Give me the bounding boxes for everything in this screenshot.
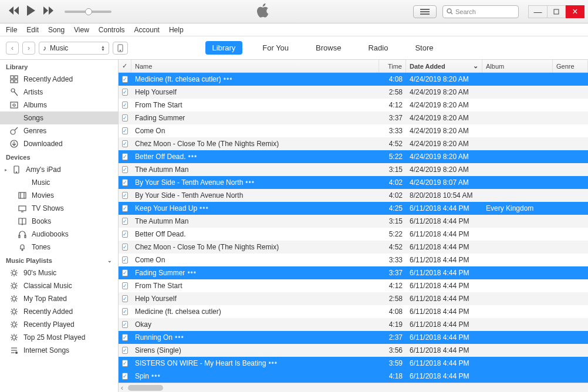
sidebar-item-recently-played[interactable]: Recently Played	[0, 318, 118, 331]
song-row[interactable]: ✓The Autumn Man3:154/24/2019 8:20 AM	[119, 163, 588, 176]
more-dots-icon[interactable]: •••	[245, 178, 255, 187]
song-row[interactable]: ✓From The Start4:124/24/2019 8:20 AM	[119, 99, 588, 111]
sidebar-item-genres[interactable]: Genres	[0, 124, 118, 137]
checkbox[interactable]: ✓	[122, 114, 128, 121]
checkbox[interactable]: ✓	[122, 360, 128, 367]
song-row[interactable]: ✓Medicine (ft. chelsea cutler)4:086/11/2…	[119, 305, 588, 318]
checkbox[interactable]: ✓	[122, 76, 128, 83]
menu-controls[interactable]: Controls	[99, 26, 125, 34]
column-date[interactable]: Date Added⌄	[406, 60, 482, 72]
device-button[interactable]	[113, 42, 128, 55]
more-dots-icon[interactable]: •••	[200, 204, 209, 212]
checkbox[interactable]: ✓	[122, 140, 128, 147]
checkbox[interactable]: ✓	[122, 321, 128, 328]
triangle-right-icon[interactable]: ▸	[5, 167, 7, 173]
checkbox[interactable]: ✓	[122, 244, 128, 251]
sidebar-item-audiobooks[interactable]: Audiobooks	[0, 228, 118, 241]
song-row[interactable]: ✓Chez Moon - Close To Me (The Nights Rem…	[119, 241, 588, 254]
column-name[interactable]: Name	[131, 60, 379, 72]
menu-account[interactable]: Account	[134, 26, 160, 34]
checkbox[interactable]: ✓	[122, 153, 128, 160]
menu-song[interactable]: Song	[48, 26, 65, 34]
song-row[interactable]: ✓Medicine (ft. chelsea cutler) •••4:084/…	[119, 73, 588, 86]
sidebar-item-artists[interactable]: Artists	[0, 86, 118, 99]
song-row[interactable]: ✓SISTERS ON WIRE - My Heart Is Beating •…	[119, 357, 588, 370]
chevron-down-icon[interactable]: ⌄	[107, 258, 112, 263]
sidebar-item-recently-added[interactable]: Recently Added	[0, 73, 118, 86]
sidebar-item-movies[interactable]: Movies	[0, 189, 118, 202]
checkbox[interactable]: ✓	[122, 89, 128, 96]
more-dots-icon[interactable]: •••	[187, 269, 197, 277]
volume-slider[interactable]	[65, 11, 111, 13]
more-dots-icon[interactable]: •••	[151, 372, 161, 380]
more-dots-icon[interactable]: •••	[268, 359, 278, 367]
song-row[interactable]: ✓Running On •••2:376/11/2018 4:44 PM	[119, 331, 588, 344]
checkbox[interactable]: ✓	[122, 218, 128, 225]
column-album[interactable]: Album	[482, 60, 553, 72]
window-maximize-button[interactable]	[547, 5, 566, 18]
checkbox[interactable]: ✓	[122, 282, 128, 289]
song-row[interactable]: ✓From The Start4:126/11/2018 4:44 PM	[119, 279, 588, 292]
tab-library[interactable]: Library	[205, 41, 243, 55]
checkbox[interactable]: ✓	[122, 205, 128, 212]
song-row[interactable]: ✓Help Yourself2:584/24/2019 8:20 AM	[119, 86, 588, 99]
sidebar-item-books[interactable]: Books	[0, 215, 118, 228]
sidebar-item-songs[interactable]: Songs	[0, 111, 118, 124]
checkbox[interactable]: ✓	[122, 347, 128, 354]
back-button[interactable]: ‹	[6, 42, 19, 55]
sidebar-item-classical-music[interactable]: Classical Music	[0, 279, 118, 292]
song-row[interactable]: ✓Sirens (Single)3:566/11/2018 4:44 PM	[119, 344, 588, 357]
song-row[interactable]: ✓Fading Summer •••3:376/11/2018 4:44 PM	[119, 266, 588, 279]
checkbox[interactable]: ✓	[122, 179, 128, 186]
column-check[interactable]: ✓	[119, 60, 131, 72]
next-track-button[interactable]	[43, 6, 55, 16]
checkbox[interactable]: ✓	[122, 192, 128, 199]
song-row[interactable]: ✓Come On3:336/11/2018 4:44 PM	[119, 254, 588, 266]
window-close-button[interactable]: ×	[566, 5, 584, 18]
song-row[interactable]: ✓Chez Moon - Close To Me (The Nights Rem…	[119, 137, 588, 150]
window-minimize-button[interactable]: —	[528, 5, 547, 18]
sidebar-item-music[interactable]: Music	[0, 176, 118, 189]
sidebar-item-downloaded[interactable]: Downloaded	[0, 137, 118, 150]
song-row[interactable]: ✓Spin •••4:186/11/2018 4:44 PM	[119, 370, 588, 383]
checkbox[interactable]: ✓	[122, 269, 128, 276]
song-row[interactable]: ✓The Autumn Man3:156/11/2018 4:44 PM	[119, 215, 588, 228]
column-time[interactable]: Time	[379, 60, 406, 72]
more-dots-icon[interactable]: •••	[188, 153, 198, 161]
sidebar-item-albums[interactable]: Albums	[0, 99, 118, 111]
song-row[interactable]: ✓Okay4:196/11/2018 4:44 PM	[119, 318, 588, 331]
prev-track-button[interactable]	[8, 6, 20, 16]
sidebar-item-my-top-rated[interactable]: My Top Rated	[0, 292, 118, 305]
checkbox[interactable]: ✓	[122, 102, 128, 109]
column-genre[interactable]: Genre	[553, 60, 588, 72]
menu-view[interactable]: View	[74, 26, 89, 34]
checkbox[interactable]: ✓	[122, 334, 128, 341]
song-row[interactable]: ✓Better Off Dead. •••5:224/24/2019 8:20 …	[119, 150, 588, 163]
sidebar-item-tones[interactable]: Tones	[0, 241, 118, 254]
checkbox[interactable]: ✓	[122, 127, 128, 134]
more-dots-icon[interactable]: •••	[224, 75, 233, 83]
checkbox[interactable]: ✓	[122, 256, 128, 263]
sidebar-item-top-25-most-played[interactable]: Top 25 Most Played	[0, 331, 118, 344]
list-view-button[interactable]	[413, 5, 437, 18]
more-dots-icon[interactable]: •••	[175, 333, 184, 342]
song-row[interactable]: ✓By Your Side - Tenth Avenue North4:028/…	[119, 189, 588, 202]
sidebar-item-tv-shows[interactable]: TV Shows	[0, 202, 118, 215]
checkbox[interactable]: ✓	[122, 231, 128, 238]
menu-edit[interactable]: Edit	[26, 26, 39, 34]
sidebar-item-90-s-music[interactable]: 90's Music	[0, 266, 118, 279]
song-row[interactable]: ✓Help Yourself2:586/11/2018 4:44 PM	[119, 292, 588, 305]
tab-browse[interactable]: Browse	[309, 41, 348, 55]
menu-file[interactable]: File	[6, 26, 17, 34]
song-row[interactable]: ✓Fading Summer3:374/24/2019 8:20 AM	[119, 111, 588, 124]
tab-store[interactable]: Store	[408, 41, 440, 55]
sidebar-item-recently-added[interactable]: Recently Added	[0, 305, 118, 318]
menu-help[interactable]: Help	[169, 26, 184, 34]
forward-button[interactable]: ›	[22, 42, 35, 55]
sidebar-item-internet-songs[interactable]: Internet Songs	[0, 344, 118, 357]
checkbox[interactable]: ✓	[122, 166, 128, 173]
song-row[interactable]: ✓Keep Your Head Up •••4:256/11/2018 4:44…	[119, 202, 588, 215]
song-row[interactable]: ✓Come On3:334/24/2019 8:20 AM	[119, 124, 588, 137]
song-row[interactable]: ✓By Your Side - Tenth Avenue North •••4:…	[119, 176, 588, 189]
checkbox[interactable]: ✓	[122, 295, 128, 302]
